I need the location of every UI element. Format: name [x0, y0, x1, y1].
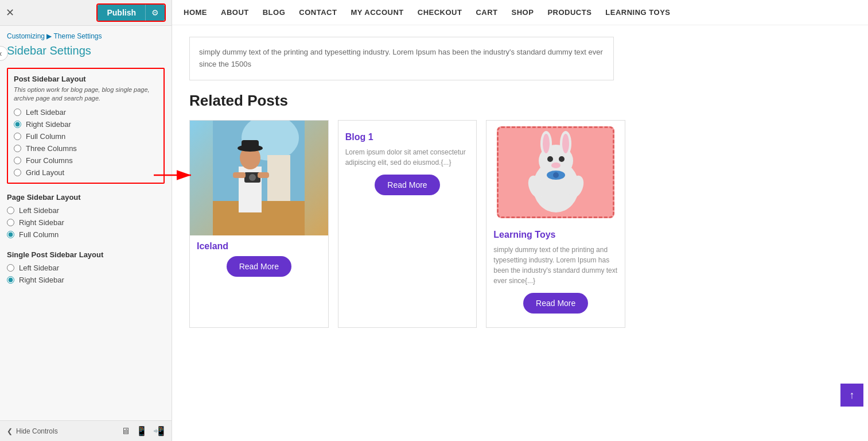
nav-learning-toys[interactable]: LEARNING TOYS [605, 1, 670, 24]
option-full-column[interactable]: Full Column [14, 132, 158, 141]
publish-button[interactable]: Publish [98, 5, 145, 21]
chevron-left-icon: ❮ [7, 427, 13, 435]
blog1-card-body: Blog 1 Lorem ipsum dolor sit amet consec… [338, 121, 477, 209]
iceland-read-more-button[interactable]: Read More [227, 256, 291, 277]
close-button[interactable]: ✕ [6, 6, 14, 19]
post-sidebar-section: Post Sidebar Layout This option work for… [7, 68, 165, 184]
breadcrumb-customizing[interactable]: Customizing [7, 32, 45, 40]
page-sidebar-options: Left Sidebar Right Sidebar Full Column [7, 206, 165, 239]
option-grid-layout[interactable]: Grid Layout [14, 168, 158, 177]
iceland-image [190, 121, 328, 235]
breadcrumb-theme-settings[interactable]: Theme Settings [53, 32, 102, 40]
toys-title: Learning Toys [493, 230, 618, 240]
hide-controls-button[interactable]: ❮ Hide Controls [7, 427, 58, 435]
single-post-sidebar-options: Left Sidebar Right Sidebar [7, 264, 165, 284]
svg-rect-10 [233, 172, 246, 178]
hide-controls-label: Hide Controls [16, 427, 58, 435]
post-card-iceland: Iceland Read More [189, 120, 329, 328]
page-option-right[interactable]: Right Sidebar [7, 218, 165, 227]
nav-about[interactable]: ABOUT [221, 1, 249, 24]
page-option-full[interactable]: Full Column [7, 230, 165, 239]
related-posts-title: Related Posts [189, 92, 851, 110]
page-sidebar-section: Page Sidebar Layout Left Sidebar Right S… [7, 193, 165, 245]
device-icons: 🖥 📱 📲 [121, 425, 165, 436]
page-sidebar-title: Page Sidebar Layout [7, 193, 165, 202]
related-posts-section: Related Posts [189, 92, 851, 328]
option-left-sidebar[interactable]: Left Sidebar [14, 108, 158, 117]
toys-read-more-button[interactable]: Read More [523, 293, 588, 314]
page-option-left[interactable]: Left Sidebar [7, 206, 165, 215]
svg-point-19 [559, 156, 565, 162]
left-panel: ✕ Publish ⚙ Customizing ▶ Theme Settings… [0, 0, 172, 441]
nav-bar: HOME ABOUT BLOG CONTACT MY ACCOUNT CHECK… [172, 0, 868, 25]
nav-cart[interactable]: CART [476, 1, 497, 24]
scroll-to-top-button[interactable]: ↑ [840, 384, 863, 407]
posts-grid: Iceland Read More Blog 1 Lorem ipsum dol… [189, 120, 625, 328]
iceland-card-body: Iceland Read More [190, 235, 328, 291]
option-three-columns[interactable]: Three Columns [14, 144, 158, 153]
svg-point-16 [543, 134, 550, 153]
main-area: HOME ABOUT BLOG CONTACT MY ACCOUNT CHECK… [172, 0, 868, 441]
desktop-icon[interactable]: 🖥 [121, 425, 130, 436]
nav-checkout[interactable]: CHECKOUT [418, 1, 462, 24]
mobile-icon[interactable]: 📲 [153, 425, 165, 436]
svg-rect-3 [267, 155, 290, 201]
svg-rect-11 [258, 172, 269, 178]
intro-box: simply dummy text of the printing and ty… [189, 37, 614, 80]
svg-point-22 [553, 172, 559, 178]
publish-group: Publish ⚙ [96, 3, 166, 22]
option-right-sidebar[interactable]: Right Sidebar [14, 120, 158, 129]
top-bar: ✕ Publish ⚙ [0, 0, 172, 26]
post-sidebar-options: Left Sidebar Right Sidebar Full Column T… [14, 108, 158, 177]
blog1-read-more-button[interactable]: Read More [375, 175, 439, 195]
single-option-right[interactable]: Right Sidebar [7, 276, 165, 284]
tablet-icon[interactable]: 📱 [136, 425, 147, 436]
nav-contact[interactable]: CONTACT [299, 1, 337, 24]
toys-image [497, 126, 614, 218]
post-card-learning-toys: Learning Toys simply dummy text of the p… [486, 120, 625, 328]
nav-products[interactable]: PRODUCTS [547, 1, 591, 24]
post-card-blog1: Blog 1 Lorem ipsum dolor sit amet consec… [338, 120, 477, 328]
nav-shop[interactable]: SHOP [512, 1, 534, 24]
nav-home[interactable]: HOME [184, 1, 207, 24]
iceland-title: Iceland [197, 241, 321, 252]
svg-point-17 [562, 134, 569, 153]
intro-text: simply dummy text of the printing and ty… [199, 47, 604, 71]
single-post-sidebar-title: Single Post Sidebar Layout [7, 250, 165, 259]
nav-my-account[interactable]: MY ACCOUNT [351, 1, 403, 24]
svg-point-18 [547, 156, 553, 162]
blog1-title: Blog 1 [345, 132, 470, 142]
breadcrumb: Customizing ▶ Theme Settings [0, 26, 172, 43]
sidebar-settings-title: Sidebar Settings [0, 43, 172, 62]
post-sidebar-title: Post Sidebar Layout [14, 75, 158, 83]
single-post-sidebar-section: Single Post Sidebar Layout Left Sidebar … [7, 250, 165, 290]
option-four-columns[interactable]: Four Columns [14, 156, 158, 165]
svg-rect-7 [242, 140, 259, 150]
blog1-text: Lorem ipsum dolor sit amet consectetur a… [345, 147, 470, 168]
gear-button[interactable]: ⚙ [145, 5, 165, 21]
toys-text: simply dummy text of the printing and ty… [493, 245, 618, 286]
content-area: simply dummy text of the printing and ty… [172, 25, 868, 441]
svg-point-20 [551, 163, 560, 168]
single-option-left[interactable]: Left Sidebar [7, 264, 165, 272]
nav-blog[interactable]: BLOG [263, 1, 286, 24]
post-sidebar-desc: This option work for blog page, blog sin… [14, 86, 158, 103]
panel-content: Post Sidebar Layout This option work for… [0, 62, 172, 420]
toys-card-body: Learning Toys simply dummy text of the p… [486, 224, 625, 327]
bottom-bar: ❮ Hide Controls 🖥 📱 📲 [0, 420, 172, 441]
breadcrumb-text: Customizing ▶ Theme Settings [7, 32, 102, 40]
svg-point-9 [249, 174, 256, 181]
